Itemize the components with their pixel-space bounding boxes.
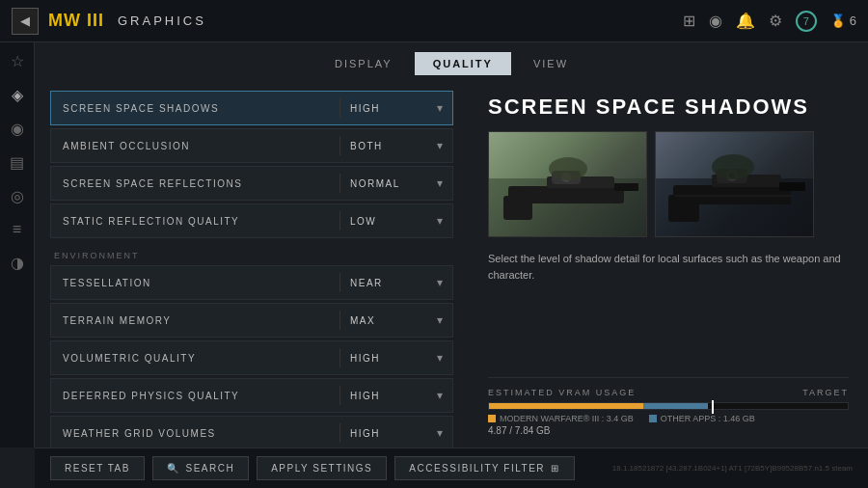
vram-bar [488,402,849,410]
vram-value-line: 4.87 / 7.84 GB [488,425,849,436]
level-badge: 7 [796,11,817,32]
corner-info: 18.1.18521872 [43.287.1B024+1] AT1 [72B5… [612,464,853,473]
game-logo: MW III [48,11,104,31]
top-bar-left: ◀ MW III GRAPHICS [12,8,206,35]
svg-point-8 [549,157,587,180]
back-icon: ◀ [20,14,30,28]
bottom-bar: RESET TAB 🔍 SEARCH APPLY SETTINGS ACCESS… [35,447,868,488]
gun-svg-1 [489,131,647,236]
sidebar-icon-star[interactable]: ☆ [11,52,24,70]
sidebar-icon-list[interactable]: ≡ [13,221,21,238]
detail-description: Select the level of shadow detail for lo… [488,251,849,283]
setting-name: AMBIENT OCCLUSION [51,141,330,151]
svg-rect-4 [614,183,638,191]
vram-dot-other [649,415,657,422]
setting-ambient-occlusion[interactable]: AMBIENT OCCLUSION BOTH ▾ [50,128,453,163]
tab-display[interactable]: DISPLAY [316,52,411,75]
chevron-down-icon: ▾ [427,351,452,365]
detail-image-1 [488,131,647,237]
sidebar-icon-document[interactable]: ▤ [10,153,24,172]
setting-tessellation[interactable]: TESSELLATION NEAR ▾ [50,265,453,300]
settings-icon[interactable]: ⚙ [769,12,782,30]
sidebar-icon-shield[interactable]: ◈ [12,86,23,104]
svg-rect-13 [779,182,805,191]
svg-rect-5 [503,196,532,220]
setting-screen-space-reflections[interactable]: SCREEN SPACE REFLECTIONS NORMAL ▾ [50,166,453,201]
setting-value: HIGH [350,103,427,114]
sidebar-icon-gamepad[interactable]: ◉ [11,120,24,138]
setting-name: STATIC REFLECTION QUALITY [51,216,330,227]
chevron-down-icon: ▾ [427,101,452,115]
vram-header: ESTIMATED VRAM USAGE TARGET [488,388,849,397]
vram-target-marker [712,400,714,414]
settings-panel: SCREEN SPACE SHADOWS HIGH ▾ AMBIENT OCCL… [35,83,469,447]
apply-settings-label: APPLY SETTINGS [271,463,372,474]
divider [339,273,340,292]
search-icon: 🔍 [167,463,180,474]
divider [339,311,340,330]
divider [339,98,340,118]
apply-settings-button[interactable]: APPLY SETTINGS [257,456,387,480]
chevron-down-icon: ▾ [427,214,452,228]
sidebar-icon-user[interactable]: ◑ [11,254,24,272]
vram-label-mw: MODERN WARFARE® III : 3.4 GB [488,414,634,423]
detail-image-2 [655,131,814,237]
setting-weather-grid[interactable]: WEATHER GRID VOLUMES HIGH ▾ [50,416,453,447]
setting-name: TERRAIN MEMORY [51,315,330,326]
coins-badge: 🏅 6 [830,14,856,28]
grid-icon[interactable]: ⊞ [683,12,695,30]
chevron-down-icon: ▾ [427,276,452,289]
notification-icon[interactable]: 🔔 [736,12,755,30]
setting-value: HIGH [350,353,427,364]
chevron-down-icon: ▾ [427,426,452,440]
level-circle: 7 [796,11,817,32]
back-button[interactable]: ◀ [12,8,39,35]
svg-point-18 [712,154,754,179]
top-bar: ◀ MW III GRAPHICS ⊞ ◉ 🔔 ⚙ 7 🏅 6 [0,0,868,42]
setting-deferred-physics[interactable]: DEFERRED PHYSICS QUALITY HIGH ▾ [50,378,453,413]
setting-static-reflection[interactable]: STATIC REFLECTION QUALITY LOW ▾ [50,203,453,238]
divider [339,174,340,193]
setting-name: SCREEN SPACE SHADOWS [51,103,330,114]
main-content: DISPLAY QUALITY VIEW SCREEN SPACE SHADOW… [35,42,868,447]
svg-rect-14 [668,195,699,222]
headset-icon[interactable]: ◉ [709,12,722,30]
vram-bar-other [643,403,708,409]
setting-value: HIGH [350,428,427,439]
vram-mw-text: MODERN WARFARE® III : 3.4 GB [500,414,634,423]
accessibility-filter-button[interactable]: ACCESSIBILITY FILTER ⊞ [394,456,574,480]
setting-terrain-memory[interactable]: TERRAIN MEMORY MAX ▾ [50,303,453,338]
reset-tab-button[interactable]: RESET TAB [50,456,145,480]
reset-tab-label: RESET TAB [65,463,130,474]
image-bg-2 [656,132,813,236]
vram-label-other: OTHER APPS : 1.46 GB [649,414,755,423]
vram-other-text: OTHER APPS : 1.46 GB [661,414,755,423]
sidebar-icon-audio[interactable]: ◎ [11,187,24,205]
setting-value: BOTH [350,141,427,151]
divider [339,136,340,155]
setting-name: TESSELLATION [51,278,330,288]
divider [339,348,340,367]
coins-count: 6 [850,14,856,28]
divider [339,423,340,443]
sidebar: ☆ ◈ ◉ ▤ ◎ ≡ ◑ [0,42,35,447]
chevron-down-icon: ▾ [427,176,452,190]
setting-volumetric-quality[interactable]: VOLUMETRIC QUALITY HIGH ▾ [50,340,453,375]
tab-bar: DISPLAY QUALITY VIEW [35,42,868,83]
vram-target-label: TARGET [802,388,849,397]
tab-quality[interactable]: QUALITY [415,52,511,75]
search-button[interactable]: 🔍 SEARCH [152,456,249,480]
environment-section-label: ENVIRONMENT [50,241,453,265]
setting-screen-space-shadows[interactable]: SCREEN SPACE SHADOWS HIGH ▾ [50,91,453,125]
chevron-down-icon: ▾ [427,313,452,327]
level-number: 7 [803,15,809,27]
accessibility-icon: ⊞ [551,463,560,474]
setting-name: SCREEN SPACE REFLECTIONS [51,178,330,189]
setting-value: NORMAL [350,178,427,189]
top-bar-right: ⊞ ◉ 🔔 ⚙ 7 🏅 6 [683,11,856,32]
setting-value: MAX [350,315,427,326]
tab-view[interactable]: VIEW [515,52,586,75]
setting-name: WEATHER GRID VOLUMES [51,428,330,439]
gun-svg-2 [656,131,814,236]
coins-icon: 🏅 [830,14,846,28]
